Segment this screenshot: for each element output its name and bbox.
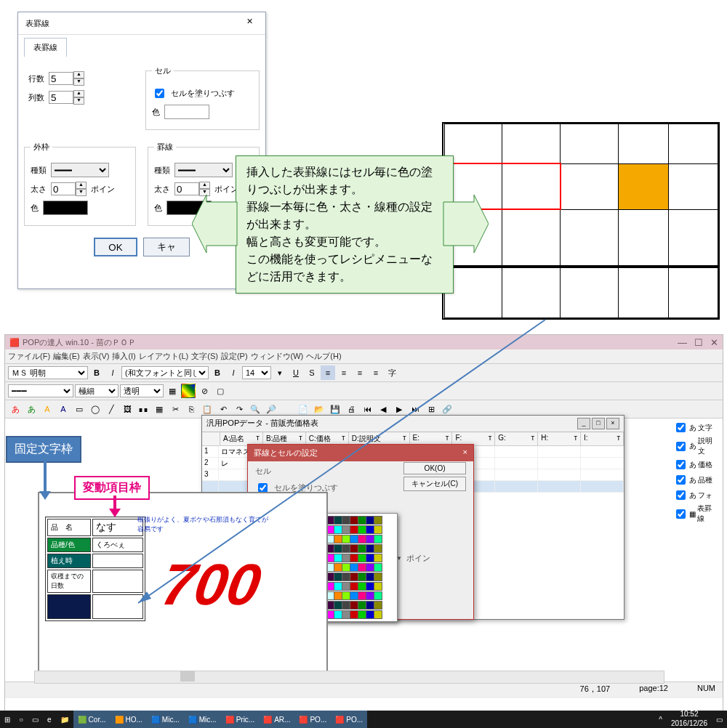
layer-font[interactable]: あフォ xyxy=(673,488,718,502)
ok-button[interactable]: OK xyxy=(94,238,137,256)
taskview-icon[interactable]: ▭ xyxy=(28,711,43,728)
redo-icon[interactable]: ↷ xyxy=(232,402,246,416)
text-tool-icon[interactable]: あ xyxy=(8,402,23,416)
grid-close-icon[interactable]: × xyxy=(606,418,619,429)
text4-icon[interactable]: A xyxy=(56,402,71,416)
bold2-icon[interactable]: B xyxy=(210,365,225,380)
task-po2[interactable]: 🟥PO... xyxy=(331,711,367,728)
close-icon[interactable]: × xyxy=(463,448,467,458)
mixed-font-select[interactable]: (和文フォントと同じ) xyxy=(121,366,209,379)
italic-icon[interactable]: I xyxy=(105,365,120,380)
align-left-icon[interactable]: ≡ xyxy=(321,365,335,380)
palette-swatch[interactable] xyxy=(374,573,382,581)
grid-titlebar[interactable]: 汎用POPデータ - 苗販売価格表 _ □ × xyxy=(202,416,624,432)
palette-swatch[interactable] xyxy=(374,516,382,525)
line-style-select[interactable]: ━━━ xyxy=(8,384,73,397)
strike-icon[interactable]: S xyxy=(305,365,319,380)
fill-cell-check[interactable]: セルを塗りつぶす xyxy=(152,86,253,100)
desc-text[interactable]: 根張りがよく、夏ボケや石那須もなく育てが容易です xyxy=(137,515,268,534)
rule-thick-spinner[interactable]: ▲▼ xyxy=(174,182,210,196)
link-icon[interactable]: 🔗 xyxy=(440,402,454,416)
undo-icon[interactable]: ↶ xyxy=(216,402,230,416)
italic2-icon[interactable]: I xyxy=(226,365,241,380)
task-pric[interactable]: 🟥Pric... xyxy=(221,711,260,728)
taskbar[interactable]: ⊞ ○ ▭ e 📁 🟩Cor... 🟧HO... 🟦Mic... 🟦Mic...… xyxy=(0,711,727,728)
first-icon[interactable]: ⏮ xyxy=(360,402,374,416)
cd-cancel-button[interactable]: キャンセル(C) xyxy=(403,477,466,491)
image-icon[interactable]: 🖼 xyxy=(120,402,134,416)
menu-window[interactable]: ウィンドウ(W) xyxy=(251,351,304,362)
tab-border[interactable]: 表罫線 xyxy=(24,38,67,57)
ruby-icon[interactable]: 字 xyxy=(385,365,399,380)
hscrollbar[interactable] xyxy=(34,671,664,684)
spin-down-icon[interactable]: ▼ xyxy=(73,78,84,86)
font-name-select[interactable]: ＭＳ 明朝 xyxy=(8,366,88,379)
price-display[interactable]: 700 xyxy=(157,551,266,618)
rule-type-select[interactable]: ━━━ xyxy=(174,163,233,177)
tray-up-icon[interactable]: ^ xyxy=(654,711,667,728)
open-icon[interactable]: 📂 xyxy=(312,402,326,416)
start-icon[interactable]: ⊞ xyxy=(0,711,15,728)
task-cor[interactable]: 🟩Cor... xyxy=(73,711,111,728)
cortana-icon[interactable]: ○ xyxy=(15,711,28,728)
close-icon[interactable]: ✕ xyxy=(710,337,718,348)
palette-swatch[interactable] xyxy=(374,535,382,543)
task-po1[interactable]: 🟥PO... xyxy=(294,711,331,728)
palette-swatch[interactable] xyxy=(374,525,382,534)
rows-input[interactable] xyxy=(49,72,73,85)
outer-color-swatch[interactable] xyxy=(43,201,88,215)
menu-settings[interactable]: 設定(P) xyxy=(221,351,248,362)
spin-down-icon[interactable]: ▼ xyxy=(73,97,84,105)
grid-icon[interactable]: ▦ xyxy=(152,402,166,416)
menubar[interactable]: ファイル(F) 編集(E) 表示(V) 挿入(I) レイアウト(L) 文字(S)… xyxy=(5,349,723,364)
next-icon[interactable]: ▶ xyxy=(392,402,406,416)
sort-icon[interactable]: т xyxy=(256,434,260,444)
bold-icon[interactable]: B xyxy=(89,365,104,380)
line-width-select[interactable]: 極細 xyxy=(75,384,119,397)
palette-swatch[interactable] xyxy=(374,601,382,610)
maximize-icon[interactable]: ☐ xyxy=(694,337,703,348)
paste-icon[interactable]: 📋 xyxy=(200,402,214,416)
zoom-out-icon[interactable]: 🔎 xyxy=(264,402,278,416)
new-icon[interactable]: 📄 xyxy=(296,402,310,416)
fill-icon[interactable]: ▦ xyxy=(165,384,180,398)
layer-type[interactable]: あ品種 xyxy=(673,473,718,487)
reduce-icon[interactable]: ▾ xyxy=(273,365,287,380)
menu-insert[interactable]: 挿入(I) xyxy=(112,351,135,362)
spin-up-icon[interactable]: ▲ xyxy=(73,71,84,78)
opacity-select[interactable]: 透明 xyxy=(120,384,164,397)
task-mic2[interactable]: 🟦Mic... xyxy=(184,711,221,728)
close-icon[interactable]: ✕ xyxy=(241,17,258,30)
justify-icon[interactable]: ≡ xyxy=(369,365,383,380)
palette-swatch[interactable] xyxy=(374,610,382,619)
menu-layout[interactable]: レイアウト(L) xyxy=(139,351,188,362)
font-size-select[interactable]: 14 xyxy=(242,366,271,379)
fill-color-icon[interactable] xyxy=(181,384,196,398)
border-icon[interactable]: ▢ xyxy=(213,384,228,398)
line-icon[interactable]: ╱ xyxy=(104,402,119,416)
edge-icon[interactable]: e xyxy=(43,711,56,728)
rule-color-swatch[interactable] xyxy=(166,201,212,215)
scroll-thumb[interactable] xyxy=(180,671,195,682)
cols-spinner[interactable]: ▲▼ xyxy=(49,90,84,105)
cd-ok-button[interactable]: OK(O) xyxy=(403,462,466,474)
dialog-titlebar[interactable]: 表罫線 ✕ xyxy=(18,12,265,35)
menu-help[interactable]: ヘルプ(H) xyxy=(306,351,341,362)
prev-icon[interactable]: ◀ xyxy=(376,402,390,416)
layer-text[interactable]: あ文字 xyxy=(673,421,718,434)
task-ar[interactable]: 🟥AR... xyxy=(259,711,294,728)
app-titlebar[interactable]: 🟥 POPの達人 win.10 - 苗のＰＯＰ — ☐ ✕ xyxy=(5,335,723,349)
task-ho[interactable]: 🟧HO... xyxy=(111,711,147,728)
align-right-icon[interactable]: ≡ xyxy=(353,365,367,380)
copy-icon[interactable]: ⎘ xyxy=(184,402,198,416)
barcode-icon[interactable]: ∎∎ xyxy=(136,402,150,416)
rect-tool-icon[interactable]: ▭ xyxy=(72,402,87,416)
palette-swatch[interactable] xyxy=(374,544,382,553)
palette-swatch[interactable] xyxy=(374,563,382,572)
explorer-icon[interactable]: 📁 xyxy=(56,711,73,728)
save-icon[interactable]: 💾 xyxy=(328,402,342,416)
cancel-button[interactable]: キャ xyxy=(143,238,190,256)
zoom-in-icon[interactable]: 🔍 xyxy=(248,402,262,416)
text3-icon[interactable]: A xyxy=(40,402,55,416)
spin-up-icon[interactable]: ▲ xyxy=(73,90,84,97)
